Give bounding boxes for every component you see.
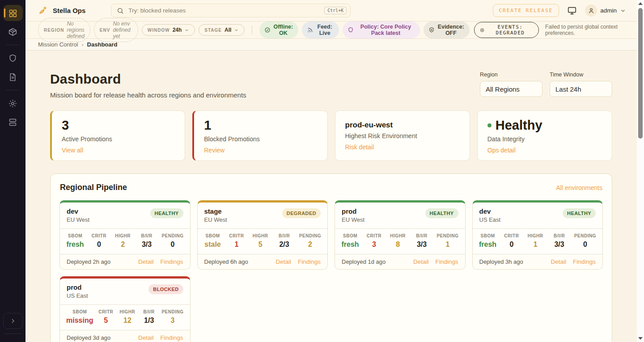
findings-link[interactable]: Findings xyxy=(573,258,596,265)
sidebar-divider xyxy=(4,334,22,334)
sidebar-item-releases[interactable] xyxy=(3,24,23,40)
stat-card-active-promotions: 3 Active Promotions View all xyxy=(50,110,185,161)
status-pill: DEGRADED xyxy=(282,208,321,218)
status-pill: HEALTHY xyxy=(150,208,183,218)
environment-name: dev xyxy=(67,207,89,215)
stat-pending: PENDING1 xyxy=(436,233,458,249)
circle-check-icon xyxy=(264,27,271,33)
detail-link[interactable]: Detail xyxy=(138,334,154,341)
sidebar-item-infrastructure[interactable] xyxy=(3,114,23,130)
context-chip-window[interactable]: WINDOW 24h xyxy=(142,24,195,36)
package-icon xyxy=(8,27,17,37)
sidebar-item-dashboard[interactable] xyxy=(3,5,23,21)
environment-name: dev xyxy=(479,207,501,215)
findings-link[interactable]: Findings xyxy=(298,258,321,265)
review-link[interactable]: Review xyxy=(204,147,225,154)
stat-value: Healthy xyxy=(496,118,542,133)
region-select[interactable]: All Regions xyxy=(480,81,542,97)
user-menu[interactable]: admin xyxy=(585,4,626,17)
findings-link[interactable]: Findings xyxy=(160,334,183,341)
chevron-down-icon xyxy=(620,8,626,14)
sidebar-divider xyxy=(6,90,20,90)
page-title: Dashboard xyxy=(50,72,246,87)
create-release-button[interactable]: CREATE RELEASE xyxy=(493,4,559,17)
chevron-down-icon xyxy=(184,28,189,33)
detail-link[interactable]: Detail xyxy=(413,258,429,265)
context-chip-stage[interactable]: STAGE All xyxy=(199,24,245,36)
pipeline-card-links: DetailFindings xyxy=(413,258,458,265)
detail-link[interactable]: Detail xyxy=(551,258,566,265)
pipeline-stats: SBOMfreshCRITR0HIGHR1B/I/R3/3PENDING0 xyxy=(473,228,603,254)
scroll-up-arrow[interactable] xyxy=(638,2,643,5)
time-window-filter-label: Time Window xyxy=(550,72,612,78)
stat-card-data-integrity: Healthy Data Integrity Ops detail xyxy=(477,110,612,161)
stat-b-i-r: B/I/R1/3 xyxy=(140,309,158,325)
scrollbar-thumb[interactable] xyxy=(638,8,643,139)
status-badge-policy[interactable]: Policy: Core Policy Pack latest xyxy=(343,21,420,38)
events-status-pill[interactable]: EVENTS: DEGRADED xyxy=(474,22,539,38)
sidebar-item-documents[interactable] xyxy=(3,69,23,85)
document-icon xyxy=(8,72,17,82)
brand-name: Stella Ops xyxy=(53,7,85,14)
status-badge-evidence[interactable]: Evidence: OFF xyxy=(424,21,470,38)
search-input[interactable] xyxy=(128,7,320,14)
status-badge-offline[interactable]: Offline: OK xyxy=(259,21,298,38)
time-window-select[interactable]: Last 24h xyxy=(550,81,612,97)
findings-link[interactable]: Findings xyxy=(435,258,458,265)
sidebar-collapse-button[interactable] xyxy=(3,313,23,329)
vertical-scrollbar xyxy=(637,0,644,342)
server-icon xyxy=(8,118,17,127)
sidebar-divider xyxy=(6,45,20,45)
pipeline-card-links: DetailFindings xyxy=(551,258,596,265)
stat-pending: PENDING0 xyxy=(574,233,596,249)
pipeline-card-links: DetailFindings xyxy=(275,258,321,265)
deployed-timestamp: Deployed 3d ago xyxy=(67,334,110,341)
stat-critr: CRITR5 xyxy=(97,309,115,325)
stat-value: 3 xyxy=(62,118,69,133)
sidebar-item-settings[interactable] xyxy=(3,95,23,111)
pipeline-stats: SBOMmissingCRITR5HIGHR12B/I/R1/3PENDING3 xyxy=(60,304,190,330)
findings-link[interactable]: Findings xyxy=(160,258,183,265)
stat-value: 1 xyxy=(204,118,211,133)
shield-icon xyxy=(8,54,17,63)
events-status-text: EVENTS: DEGRADED xyxy=(487,24,533,36)
environment-name: stage xyxy=(204,207,227,215)
stat-highr: HIGHR8 xyxy=(389,233,407,249)
environment-region: EU West xyxy=(204,216,227,223)
stat-critr: CRITR0 xyxy=(503,233,521,249)
chevron-right-icon xyxy=(9,317,17,325)
global-search[interactable]: Ctrl+K xyxy=(111,4,351,17)
breadcrumb-item-mission-control[interactable]: Mission Control xyxy=(38,41,78,48)
view-all-link[interactable]: View all xyxy=(62,147,83,154)
detail-link[interactable]: Detail xyxy=(138,258,154,265)
ops-detail-link[interactable]: Ops detail xyxy=(487,147,516,154)
context-chip-env[interactable]: ENV No env defined yet xyxy=(94,18,138,42)
monitor-icon xyxy=(567,6,577,16)
stat-highr: HIGHR1 xyxy=(526,233,544,249)
deployed-timestamp: Deployed 3h ago xyxy=(479,258,523,265)
search-icon xyxy=(117,7,124,14)
scroll-down-arrow[interactable] xyxy=(638,337,643,340)
stat-card-blocked-promotions: 1 Blocked Promotions Review xyxy=(192,110,327,161)
stat-card-highest-risk-environment: prod-eu-west Highest Risk Environment Ri… xyxy=(335,110,470,161)
person-icon xyxy=(588,7,595,14)
stat-highr: HIGHR5 xyxy=(251,233,269,249)
sidebar xyxy=(0,0,25,342)
pipeline-stats: SBOMfreshCRITR3HIGHR8B/I/R3/3PENDING1 xyxy=(335,228,465,254)
risk-detail-link[interactable]: Risk detail xyxy=(345,144,374,151)
page-subtitle: Mission board for release health across … xyxy=(50,91,246,99)
detail-link[interactable]: Detail xyxy=(275,258,291,265)
stat-label: Highest Risk Environment xyxy=(345,132,460,139)
all-environments-link[interactable]: All environments xyxy=(556,184,603,191)
context-bar: REGION No regions defined ENV No env def… xyxy=(25,21,637,39)
health-dot-icon xyxy=(487,123,491,127)
status-pill: HEALTHY xyxy=(425,208,458,218)
context-chip-region[interactable]: REGION No regions defined xyxy=(38,18,90,42)
regional-pipeline-panel: Regional Pipeline All environments dev E… xyxy=(50,173,612,342)
display-mode-button[interactable] xyxy=(567,6,577,16)
deployed-timestamp: Deployed 2h ago xyxy=(67,258,110,265)
stat-critr: CRITR0 xyxy=(90,233,108,249)
stat-label: Blocked Promotions xyxy=(204,135,317,143)
sidebar-item-security[interactable] xyxy=(3,50,23,66)
status-badge-feed[interactable]: Feed: Live xyxy=(302,21,339,38)
